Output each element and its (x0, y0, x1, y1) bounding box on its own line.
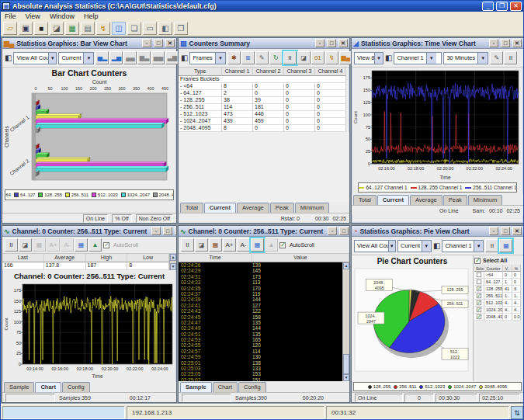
minimize-button[interactable]: _ (482, 2, 494, 11)
pie-type-combo[interactable]: Current▼ (397, 240, 432, 252)
row-checkbox[interactable] (477, 293, 481, 298)
table-view-icon[interactable]: ▦ (251, 238, 264, 252)
tab-total[interactable]: Total (180, 203, 203, 213)
pie-window-titlebar[interactable]: ◔ Statistics Graphics: Pie View Chart ▫□… (352, 226, 523, 237)
chevron-down-icon[interactable]: ▼ (48, 53, 56, 64)
chevron-down-icon[interactable]: ▼ (426, 53, 436, 64)
minimize-icon[interactable]: ▫ (489, 39, 498, 47)
chart-bar-stacked-icon[interactable]: ▂▅ (109, 51, 123, 64)
sample-row[interactable]: 02:24:57114 (179, 349, 342, 354)
summary-window-titlebar[interactable]: ▤ Counters Summary ▫□✕ (179, 38, 349, 49)
scroll-up-icon[interactable]: ▲ (343, 262, 349, 269)
stats-scrollbar[interactable]: ▲ ▼ (169, 254, 176, 270)
pen-icon[interactable]: ✎ (490, 51, 503, 64)
close-icon[interactable]: ✕ (175, 227, 176, 235)
font-down-icon[interactable]: A- (61, 238, 74, 252)
tab-average[interactable]: Average (410, 195, 442, 205)
arrange-icons-icon[interactable]: ▭ (143, 22, 157, 35)
cascade-windows-icon[interactable]: ❏ (127, 22, 141, 35)
scroll-up-icon[interactable]: ▲ (170, 254, 176, 261)
list-icon[interactable]: ≣ (241, 51, 255, 64)
sample-row[interactable]: 02:24:29145 (179, 268, 342, 273)
table-toggle-icon[interactable]: ▦ (499, 239, 512, 252)
pause-icon[interactable]: II (485, 239, 498, 252)
stop-icon[interactable]: ■ (34, 22, 48, 35)
chart-bar-cyl-icon[interactable]: ▃▆ (165, 51, 179, 64)
table-row[interactable]: - 512..102347344600 (179, 111, 349, 118)
maximize-icon[interactable]: □ (339, 227, 349, 235)
sample-row[interactable]: 02:24:43122 (179, 308, 342, 314)
maximize-icon[interactable]: □ (163, 227, 172, 235)
capture-icon[interactable]: ▦ (65, 22, 79, 35)
cchart-window-titlebar[interactable]: ∿ Channel: 0 Counter: 256..511 Type: Cur… (2, 226, 176, 237)
chevron-down-icon[interactable]: ▼ (477, 53, 488, 64)
csample-window-titlebar[interactable]: ∿ Channel: 0 Counter: 256..511 Type: Cur… (179, 226, 349, 237)
samples-scrollbar[interactable]: ▲ ▼ (342, 262, 349, 381)
table-row[interactable]: - 128..255383900 (179, 97, 349, 104)
pie-table-row[interactable]: 64..12710 (474, 279, 522, 286)
sample-row[interactable]: 02:25:03133 (179, 366, 342, 371)
font-down-icon[interactable]: A- (237, 238, 250, 252)
maximize-icon[interactable]: □ (501, 227, 510, 235)
tab-total[interactable]: Total (353, 195, 377, 205)
sample-row[interactable]: 02:24:53165 (179, 337, 342, 342)
sample-row[interactable]: 02:24:37119 (179, 291, 342, 297)
tab-peak[interactable]: Peak (270, 203, 294, 213)
app-titlebar[interactable]: ▦ Absolute Analysis Statistics (C:\AA\GU… (1, 1, 523, 12)
time-window-titlebar[interactable]: ◢ Statistics Graphics: Time View Chart ▫… (352, 38, 523, 49)
configure-icon[interactable]: ✱ (227, 51, 241, 64)
menu-window[interactable]: Window (50, 12, 75, 20)
table-row[interactable]: - 256..51111418100 (179, 104, 349, 111)
sample-row[interactable]: 02:24:47135 (179, 320, 342, 325)
tile-windows-icon[interactable]: ◫ (112, 22, 126, 35)
tab-average[interactable]: Average (237, 203, 269, 213)
chart-bar3d-icon[interactable]: ▅▂ (95, 51, 109, 64)
scroll-down-icon[interactable]: ▼ (343, 374, 349, 381)
chevron-down-icon[interactable]: ▼ (422, 241, 431, 252)
menu-view[interactable]: View (26, 12, 40, 20)
pie-table-row[interactable]: 128..255413. (474, 286, 522, 293)
grid-icon[interactable]: ▦ (209, 238, 222, 252)
table-row[interactable]: - 1024..204743945900 (179, 118, 349, 125)
chevron-down-icon[interactable]: ▼ (83, 53, 93, 64)
tab-current[interactable]: Current (377, 195, 409, 205)
lightning-icon[interactable]: ↯ (96, 22, 110, 35)
erase-icon[interactable]: ◪ (19, 238, 32, 252)
grid-icon[interactable]: ▦ (33, 238, 46, 252)
chevron-down-icon[interactable]: ▼ (215, 53, 225, 64)
tab-current[interactable]: Current (204, 203, 236, 213)
erase-icon[interactable]: ◪ (297, 51, 311, 64)
chevron-down-icon[interactable]: ▼ (388, 241, 395, 252)
font-up-icon[interactable]: A+ (47, 238, 60, 252)
menu-help[interactable]: Help (84, 12, 99, 20)
select-all-checkbox[interactable] (474, 258, 481, 264)
sample-row[interactable]: 02:24:45158 (179, 314, 342, 320)
tab-minimum[interactable]: Minimum (468, 195, 502, 205)
refresh-icon[interactable]: ↻ (269, 51, 283, 64)
tab-config[interactable]: Config (62, 382, 90, 392)
minimize-icon[interactable]: ▫ (142, 39, 151, 47)
pie-table-row[interactable]: <6400 (474, 272, 522, 279)
tab-chart[interactable]: Chart (35, 382, 61, 392)
pie-table-row[interactable]: 1024..20..4..4.. (474, 307, 522, 314)
close-icon[interactable]: ✕ (512, 227, 522, 235)
binary-icon[interactable]: 01 (311, 51, 324, 64)
sample-row[interactable]: 02:24:26139 (179, 262, 342, 268)
table-row[interactable]: - 2048..40958000 (179, 125, 349, 132)
minimize-icon[interactable]: ▫ (151, 227, 161, 235)
tab-sample[interactable]: Sample (4, 382, 34, 392)
pause-icon[interactable]: II (5, 238, 18, 252)
sample-row[interactable]: 02:25:01138 (179, 360, 342, 366)
row-checkbox[interactable] (477, 314, 481, 319)
close-icon[interactable]: ✕ (512, 39, 522, 47)
sample-row[interactable]: 02:24:59130 (179, 354, 342, 359)
table-row[interactable]: - 64..1272000 (179, 90, 349, 97)
tab-sample[interactable]: Sample (180, 382, 212, 392)
maximize-icon[interactable]: □ (501, 39, 510, 47)
chart-view-icon[interactable]: ▲ (265, 238, 278, 252)
menu-file[interactable]: File (5, 12, 16, 20)
network-activity-icon[interactable]: ⇅ (511, 406, 523, 419)
new-window-icon[interactable]: ❐ (174, 22, 188, 35)
chart-bar-flat-icon[interactable]: ▅▅ (151, 51, 165, 64)
maximize-icon[interactable]: □ (154, 39, 163, 47)
